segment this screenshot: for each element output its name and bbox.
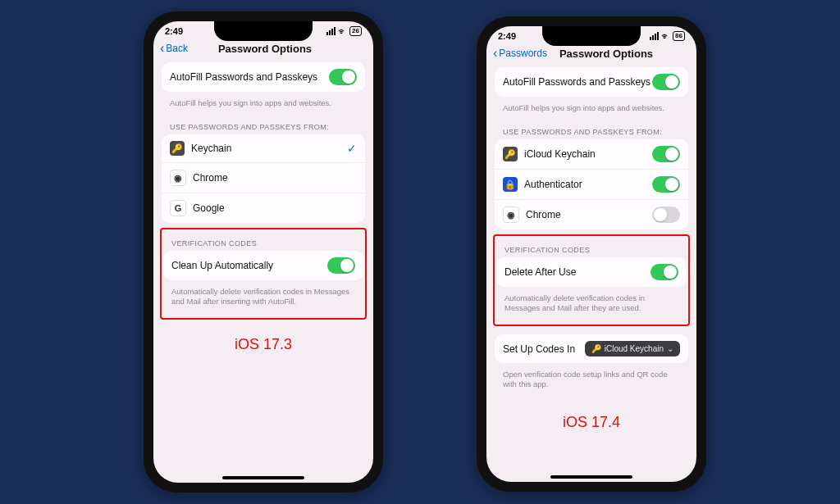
- provider-label: iCloud Keychain: [524, 148, 652, 160]
- provider-label: Chrome: [526, 209, 652, 220]
- autofill-toggle[interactable]: [652, 74, 680, 90]
- version-caption: iOS 17.4: [495, 414, 688, 431]
- screen-right: 2:49 ᯤ 86 ‹Passwords Password Options Au…: [486, 26, 696, 482]
- setup-codes-label: Set Up Codes In: [503, 343, 585, 355]
- setup-codes-row[interactable]: Set Up Codes In 🔑iCloud Keychain⌄: [495, 334, 688, 363]
- page-title: Password Options: [163, 43, 367, 55]
- provider-row[interactable]: 🔑iCloud Keychain: [495, 139, 688, 169]
- signal-icon: [326, 27, 336, 35]
- verification-hint: Automatically delete verification codes …: [496, 290, 687, 321]
- provider-icon: 🔒: [503, 177, 518, 192]
- phone-left: 2:49 ᯤ 26 ‹Back Password Options AutoFil…: [144, 11, 383, 493]
- highlight-box: VERIFICATION CODES Clean Up Automaticall…: [160, 228, 367, 320]
- autofill-label: AutoFill Passwords and Passkeys: [170, 71, 329, 83]
- provider-icon: 🔑: [503, 147, 518, 161]
- autofill-toggle[interactable]: [329, 69, 357, 85]
- autofill-label: AutoFill Passwords and Passkeys: [503, 76, 652, 88]
- signal-icon: [650, 32, 659, 40]
- status-time: 2:49: [498, 31, 516, 41]
- provider-toggle[interactable]: [652, 207, 680, 223]
- provider-row[interactable]: GGoogle: [162, 193, 365, 223]
- delete-after-use-toggle[interactable]: [651, 264, 678, 280]
- provider-row[interactable]: ◉Chrome: [162, 162, 365, 193]
- provider-icon: ◉: [503, 207, 519, 223]
- wifi-icon: ᯤ: [338, 26, 347, 36]
- provider-icon: 🔑: [170, 141, 185, 156]
- check-icon: ✓: [347, 142, 357, 155]
- version-caption: iOS 17.3: [162, 336, 365, 353]
- cleanup-label: Clean Up Automatically: [171, 260, 327, 271]
- provider-label: Keychain: [191, 143, 347, 154]
- notch: [542, 26, 641, 46]
- phone-right: 2:49 ᯤ 86 ‹Passwords Password Options Au…: [477, 16, 706, 492]
- wifi-icon: ᯤ: [661, 31, 670, 41]
- provider-label: Google: [193, 202, 357, 214]
- providers-header: USE PASSWORDS AND PASSKEYS FROM:: [162, 116, 365, 134]
- provider-icon: G: [170, 200, 186, 216]
- key-icon: 🔑: [591, 344, 601, 353]
- autofill-hint: AutoFill helps you sign into apps and we…: [162, 95, 365, 116]
- setup-codes-hint: Open verification code setup links and Q…: [495, 366, 688, 397]
- providers-header: USE PASSWORDS AND PASSKEYS FROM:: [495, 121, 688, 139]
- cleanup-toggle-row[interactable]: Clean Up Automatically: [163, 251, 363, 280]
- battery-icon: 86: [673, 31, 685, 41]
- autofill-hint: AutoFill helps you sign into apps and we…: [495, 100, 688, 121]
- nav-bar: ‹Back Password Options: [153, 38, 373, 62]
- provider-toggle[interactable]: [652, 176, 680, 193]
- provider-label: Chrome: [193, 172, 357, 184]
- verification-header: VERIFICATION CODES: [496, 239, 687, 257]
- highlight-box: VERIFICATION CODES Delete After Use Auto…: [493, 234, 690, 326]
- battery-icon: 26: [349, 26, 362, 36]
- delete-after-use-label: Delete After Use: [504, 266, 651, 278]
- verification-hint: Automatically delete verification codes …: [163, 284, 363, 315]
- verification-header: VERIFICATION CODES: [163, 233, 363, 251]
- provider-row[interactable]: 🔒Authenticator: [495, 169, 688, 199]
- screen-left: 2:49 ᯤ 26 ‹Back Password Options AutoFil…: [153, 21, 373, 483]
- provider-icon: ◉: [170, 170, 186, 186]
- status-time: 2:49: [165, 26, 183, 36]
- autofill-toggle-row[interactable]: AutoFill Passwords and Passkeys: [162, 62, 365, 92]
- nav-bar: ‹Passwords Password Options: [486, 43, 696, 67]
- chevron-updown-icon: ⌄: [667, 344, 673, 353]
- provider-row[interactable]: 🔑Keychain✓: [162, 134, 365, 162]
- home-indicator[interactable]: [222, 476, 304, 479]
- autofill-toggle-row[interactable]: AutoFill Passwords and Passkeys: [495, 67, 688, 97]
- page-title: Password Options: [523, 48, 690, 60]
- setup-codes-value: iCloud Keychain: [605, 344, 664, 353]
- setup-codes-picker[interactable]: 🔑iCloud Keychain⌄: [585, 341, 680, 356]
- provider-toggle[interactable]: [652, 146, 680, 162]
- delete-after-use-row[interactable]: Delete After Use: [496, 257, 687, 287]
- provider-label: Authenticator: [524, 179, 652, 190]
- home-indicator[interactable]: [550, 475, 632, 479]
- comparison-stage: 2:49 ᯤ 26 ‹Back Password Options AutoFil…: [0, 0, 840, 504]
- provider-row[interactable]: ◉Chrome: [495, 199, 688, 229]
- notch: [214, 21, 313, 41]
- cleanup-toggle[interactable]: [327, 257, 355, 274]
- chevron-left-icon: ‹: [493, 46, 497, 61]
